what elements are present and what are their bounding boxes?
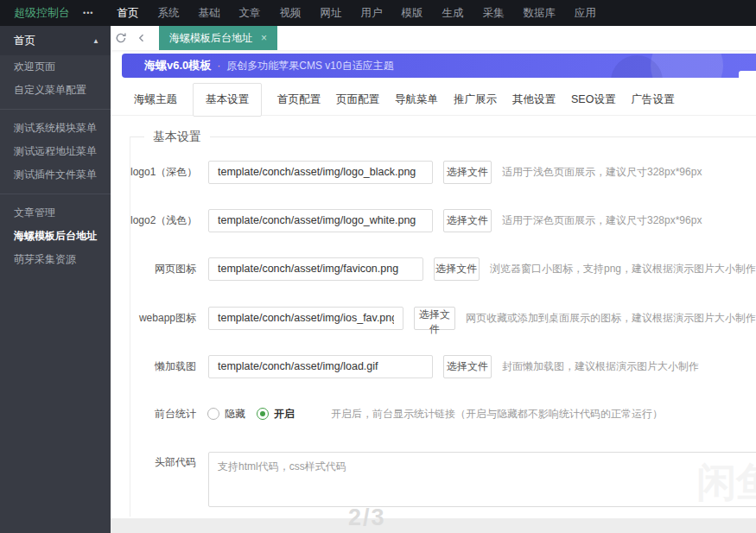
topbar-nav-item[interactable]: 数据库 (513, 0, 565, 26)
settings-tab[interactable]: 基本设置 (193, 83, 262, 117)
sidebar-item[interactable]: 自定义菜单配置 (0, 79, 111, 102)
sidebar-item[interactable]: 测试插件文件菜单 (0, 163, 111, 187)
collapse-caret-icon: ▲ (92, 37, 99, 45)
back-icon[interactable] (131, 26, 152, 50)
banner-subtitle: 原创多功能苹果CMS v10自适应主题 (226, 59, 393, 73)
stats-radio-row: 前台统计 隐藏开启 开启后，前台显示统计链接（开启与隐藏都不影响统计代码的正常运… (130, 402, 756, 426)
sidebar-menu: 首页▲欢迎页面自定义菜单配置测试系统模块菜单测试远程地址菜单测试插件文件菜单文章… (0, 26, 111, 533)
field-hint: 封面懒加载图，建议根据演示图片大小制作 (502, 359, 699, 374)
settings-tab[interactable]: 首页配置 (277, 92, 321, 107)
radio-option-label: 隐藏 (225, 407, 245, 422)
field-label: 前台统计 (130, 407, 196, 422)
sidebar-group-header[interactable]: 首页▲ (0, 26, 111, 55)
sidebar-divider (0, 194, 111, 194)
section-title: 基本设置 (144, 130, 210, 145)
radio-option[interactable]: 开启 (257, 407, 295, 422)
sidebar-item[interactable]: 文章管理 (0, 201, 111, 225)
basic-settings-fieldset: 基本设置 logo1（深色）选择文件适用于浅色页面展示，建议尺寸328px*96… (130, 136, 756, 517)
file-path-input[interactable] (208, 161, 433, 184)
topbar-nav: 首页系统基础文章视频网址用户模版生成采集数据库应用 (107, 0, 606, 26)
topbar-nav-item[interactable]: 生成 (432, 0, 473, 26)
topbar-nav-item[interactable]: 应用 (565, 0, 606, 26)
sidebar-item[interactable]: 测试系统模块菜单 (0, 117, 111, 140)
topbar-nav-item[interactable]: 系统 (148, 0, 188, 26)
settings-tab[interactable]: 页面配置 (336, 92, 379, 107)
field-hint: 开启后，前台显示统计链接（开启与隐藏都不影响统计代码的正常运行） (331, 407, 663, 422)
tab-strip: 海螺模板后台地址 × (111, 26, 756, 50)
topbar-nav-item[interactable]: 文章 (229, 0, 270, 26)
corner-decoration (739, 71, 756, 82)
topbar-nav-item[interactable]: 采集 (473, 0, 513, 26)
sidebar-item[interactable]: 萌芽采集资源 (0, 248, 111, 271)
topbar: 超级控制台 ••• 首页系统基础文章视频网址用户模版生成采集数据库应用 (0, 0, 756, 26)
settings-tab[interactable]: 推广展示 (454, 92, 497, 107)
sidebar-item[interactable]: 欢迎页面 (0, 55, 111, 79)
radio-unchecked-icon[interactable] (207, 408, 219, 420)
choose-file-button[interactable]: 选择文件 (443, 209, 492, 232)
sidebar-item[interactable]: 海螺模板后台地址 (0, 225, 111, 248)
choose-file-button[interactable]: 选择文件 (414, 307, 455, 330)
theme-banner: 海螺v6.0模板 · 原创多功能苹果CMS v10自适应主题 (122, 54, 756, 78)
topbar-nav-item[interactable]: 模版 (391, 0, 432, 26)
head-code-textarea[interactable] (208, 452, 756, 507)
file-path-input[interactable] (208, 355, 433, 378)
more-menu-icon[interactable]: ••• (83, 9, 93, 17)
radio-option-label: 开启 (274, 407, 295, 422)
bottom-strip (111, 518, 756, 533)
field-label: logo2（浅色） (130, 213, 196, 228)
radio-checked-icon[interactable] (257, 408, 269, 420)
sidebar-item[interactable]: 测试远程地址菜单 (0, 140, 111, 163)
topbar-nav-item[interactable]: 用户 (351, 0, 391, 26)
field-hint: 适用于浅色页面展示，建议尺寸328px*96px (502, 165, 702, 180)
field-hint: 网页收藏或添加到桌面展示的图标，建议根据演示图片大小制作 (466, 311, 756, 326)
choose-file-button[interactable]: 选择文件 (434, 257, 480, 281)
banner-separator: · (217, 60, 220, 72)
settings-tab[interactable]: 其他设置 (512, 92, 556, 107)
form-row: webapp图标选择文件网页收藏或添加到桌面展示的图标，建议根据演示图片大小制作 (130, 306, 756, 330)
choose-file-button[interactable]: 选择文件 (443, 161, 492, 184)
form-row: logo1（深色）选择文件适用于浅色页面展示，建议尺寸328px*96px (130, 160, 756, 184)
banner-title: 海螺v6.0模板 (144, 58, 211, 73)
close-tab-icon[interactable]: × (261, 32, 267, 44)
radio-options: 隐藏开启 (196, 407, 295, 422)
settings-tab[interactable]: 导航菜单 (395, 92, 438, 107)
page-indicator-watermark: 2/3 (348, 504, 386, 531)
field-hint: 适用于深色页面展示，建议尺寸328px*96px (502, 213, 702, 228)
settings-tab[interactable]: SEO设置 (571, 92, 615, 107)
radio-option[interactable]: 隐藏 (207, 407, 245, 422)
topbar-nav-item[interactable]: 网址 (310, 0, 351, 26)
choose-file-button[interactable]: 选择文件 (443, 355, 492, 378)
watermark-text: 闲鱼 (696, 456, 756, 510)
field-label: 网页图标 (130, 262, 196, 276)
app-window: 超级控制台 ••• 首页系统基础文章视频网址用户模版生成采集数据库应用 首页▲欢… (0, 0, 756, 533)
field-hint: 浏览器窗口小图标，支持png，建议根据演示图片大小制作 (490, 262, 756, 276)
file-path-input[interactable] (208, 209, 433, 232)
form-row: 网页图标选择文件浏览器窗口小图标，支持png，建议根据演示图片大小制作 (130, 257, 756, 281)
topbar-nav-item[interactable]: 首页 (107, 0, 148, 26)
topbar-nav-item[interactable]: 视频 (270, 0, 310, 26)
field-label: 懒加载图 (130, 359, 196, 374)
topbar-nav-item[interactable]: 基础 (188, 0, 229, 26)
sidebar-divider (0, 109, 111, 110)
file-path-input[interactable] (208, 307, 403, 330)
file-path-input[interactable] (208, 257, 423, 281)
field-label: webapp图标 (130, 311, 196, 326)
settings-tabs: 海螺主题基本设置首页配置页面配置导航菜单推广展示其他设置SEO设置广告设置 (111, 84, 756, 116)
settings-tab[interactable]: 海螺主题 (134, 92, 177, 107)
form-row: 懒加载图选择文件封面懒加载图，建议根据演示图片大小制作 (130, 354, 756, 378)
field-label: logo1（深色） (130, 165, 196, 180)
page-tab-active[interactable]: 海螺模板后台地址 × (159, 26, 277, 50)
field-label: 头部代码 (130, 455, 196, 470)
page-tab-label: 海螺模板后台地址 (169, 31, 252, 46)
sidebar-group-label: 首页 (14, 34, 35, 48)
refresh-icon[interactable] (111, 26, 131, 50)
form-row: logo2（浅色）选择文件适用于深色页面展示，建议尺寸328px*96px (130, 208, 756, 232)
app-brand: 超级控制台 (0, 5, 83, 21)
settings-tab[interactable]: 广告设置 (631, 92, 674, 107)
